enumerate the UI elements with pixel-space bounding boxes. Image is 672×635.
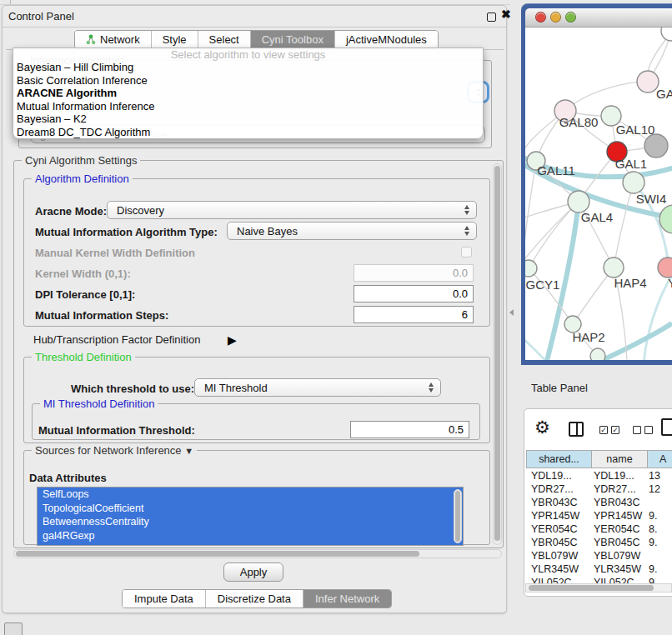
table-cell [645, 496, 649, 509]
attribute-list-item[interactable]: gal4RGexp [38, 529, 463, 543]
splitter-handle[interactable] [509, 309, 514, 316]
apply-button[interactable]: Apply [223, 562, 283, 582]
select-all-checkbox-icon[interactable]: ✓ [599, 426, 608, 434]
algorithm-option[interactable]: Mutual Information Inference [13, 100, 483, 113]
table-row[interactable]: YBL079WYBL079W [526, 549, 672, 562]
network-node-hap4[interactable] [604, 258, 624, 278]
network-node-label: HAP4 [614, 276, 646, 290]
attributes-scrollbar[interactable] [454, 489, 462, 543]
mi-threshold-field[interactable]: 0.5 [350, 421, 469, 438]
table-cell: 12 [645, 482, 660, 496]
table-panel-title: Table Panel [531, 382, 588, 394]
algorithm-dropdown-popup: Select algorithm to view settings Bayesi… [13, 48, 484, 139]
network-node-gcy1[interactable] [525, 260, 537, 277]
tab-cyni-toolbox[interactable]: Cyni Toolbox [251, 31, 335, 48]
hub-expand-arrow-icon[interactable]: ▶ [228, 333, 237, 347]
select-all-checkbox-icon[interactable]: ✓ [611, 426, 619, 434]
node-table[interactable]: YDL19...YDL19...13YDR27...YDR27...12YBR0… [526, 469, 672, 583]
network-graph: GALGAL80GAL10GAL1GAL11SWI4GAL4GCY1HAP4YH… [525, 28, 672, 360]
control-panel-tabbar: Network Style Select Cyni Toolbox jActiv… [74, 30, 439, 49]
mi-type-combobox[interactable]: Naive Bayes [227, 222, 477, 240]
bottom-tabbar: Impute Data Discretize Data Infer Networ… [122, 589, 392, 608]
which-threshold-combobox[interactable]: MI Threshold [194, 378, 441, 397]
app-divider-tick [10, 0, 11, 4]
tab-style[interactable]: Style [152, 31, 198, 48]
table-cell: YBL079W [526, 549, 590, 562]
network-node[interactable] [590, 348, 605, 360]
network-node[interactable] [644, 134, 668, 158]
dpi-tolerance-label: DPI Tolerance [0,1]: [35, 288, 135, 301]
network-node-y[interactable] [658, 258, 672, 278]
unselect-all-checkbox-icon[interactable] [633, 426, 641, 434]
gear-icon[interactable]: ⚙ [534, 418, 550, 438]
attributes-scroll-thumb[interactable] [455, 491, 460, 542]
tab-impute-data[interactable]: Impute Data [123, 590, 206, 608]
network-node-label: GAL1 [615, 157, 647, 171]
tab-discretize-data[interactable]: Discretize Data [206, 590, 303, 608]
settings-vscroll-thumb[interactable] [494, 166, 500, 541]
tab-network[interactable]: Network [75, 31, 152, 48]
settings-vertical-scrollbar[interactable] [493, 163, 502, 545]
table-row[interactable]: YBR045CYBR045C9. [526, 536, 672, 549]
table-row[interactable]: YBR043CYBR043C [526, 496, 672, 509]
kernel-width-field[interactable]: 0.0 [354, 264, 474, 282]
column-header-partial[interactable]: A [648, 450, 672, 468]
control-panel-title: Control Panel [8, 10, 74, 22]
hub-definition-label: Hub/Transcription Factor Definition [33, 333, 200, 346]
network-node[interactable] [661, 28, 672, 41]
settings-horizontal-scrollbar[interactable] [13, 549, 502, 558]
mi-type-label: Mutual Information Algorithm Type: [35, 226, 218, 238]
document-icon[interactable] [661, 418, 672, 436]
aracne-mode-combobox[interactable]: Discovery [107, 201, 477, 219]
combo-stepper-icon [424, 382, 438, 392]
tab-infer-network[interactable]: Infer Network [303, 590, 391, 608]
table-cell: YDL19... [526, 469, 590, 482]
table-row[interactable]: YIL052CYIL052C9 [526, 576, 672, 583]
table-cell: YLR345W [526, 562, 590, 576]
network-edge[interactable] [614, 182, 634, 268]
manual-kernel-checkbox[interactable] [461, 247, 472, 258]
algorithm-option[interactable]: Basic Correlation Inference [13, 74, 483, 88]
column-header-shared-name[interactable]: shared... [526, 450, 592, 468]
minimize-traffic-light-icon[interactable] [550, 12, 561, 22]
algorithm-option[interactable]: Bayesian – Hill Climbing [13, 61, 483, 74]
attribute-list-item[interactable]: SelfLoops [38, 488, 463, 502]
tab-jactivemnodules[interactable]: jActiveMNodules [335, 31, 438, 48]
table-cell: YDR27... [526, 482, 590, 496]
sources-group-title: Sources for Network Inference ▼ [32, 444, 197, 457]
zoom-traffic-light-icon[interactable] [565, 12, 576, 22]
attribute-list-item[interactable]: BetweennessCentrality [38, 515, 463, 529]
table-row[interactable]: YER054CYER054C8. [526, 522, 672, 536]
table-row[interactable]: YLR345WYLR345W9. [526, 562, 672, 576]
column-panel-icon[interactable] [569, 422, 584, 437]
float-window-icon[interactable] [487, 12, 496, 22]
network-edge-selected[interactable] [525, 338, 549, 360]
network-canvas[interactable]: GALGAL80GAL10GAL1GAL11SWI4GAL4GCY1HAP4YH… [525, 28, 672, 360]
mi-steps-field[interactable]: 6 [354, 306, 474, 323]
aracne-mode-label: Aracne Mode: [35, 205, 107, 218]
table-hscroll-thumb[interactable] [529, 585, 654, 591]
table-row[interactable]: YDR27...YDR27...12 [526, 482, 672, 496]
table-cell: YPR145W [590, 509, 645, 522]
aracne-mode-value: Discovery [108, 204, 459, 217]
column-header-name[interactable]: name [592, 450, 648, 468]
unselect-all-checkbox-icon[interactable] [644, 426, 653, 434]
table-horizontal-scrollbar[interactable] [525, 583, 672, 592]
algorithm-option[interactable]: ARACNE Algorithm [13, 87, 483, 100]
tab-select[interactable]: Select [198, 31, 251, 48]
algorithm-option[interactable]: Dream8 DC_TDC Algorithm [13, 126, 483, 139]
sources-collapse-arrow-icon[interactable]: ▼ [184, 446, 193, 456]
table-row[interactable]: YPR145WYPR145W9. [526, 509, 672, 522]
table-cell: 9. [645, 536, 657, 549]
algorithm-option[interactable]: Bayesian – K2 [13, 112, 483, 126]
dpi-tolerance-field[interactable]: 0.0 [354, 285, 474, 302]
network-window-titlebar[interactable] [525, 8, 672, 28]
close-icon[interactable]: ✖ [501, 8, 511, 21]
table-row[interactable]: YDL19...YDL19...13 [526, 469, 672, 482]
data-attributes-list[interactable]: SelfLoopsTopologicalCoefficientBetweenne… [37, 487, 464, 546]
network-node-swi4[interactable] [623, 172, 644, 193]
settings-hscroll-thumb[interactable] [16, 551, 419, 557]
attribute-list-item[interactable]: TopologicalCoefficient [38, 502, 463, 516]
close-traffic-light-icon[interactable] [535, 12, 546, 22]
corner-panel-icon[interactable] [4, 622, 23, 635]
